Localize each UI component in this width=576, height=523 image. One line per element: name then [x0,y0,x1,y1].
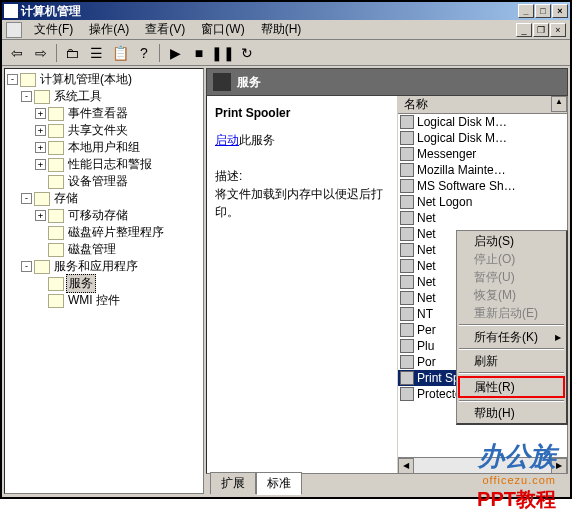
restart-svc-button[interactable]: ↻ [236,42,258,64]
tree-node[interactable]: WMI 控件 [7,292,201,309]
titlebar: 计算机管理 _ □ × [2,2,570,20]
services-icon [48,277,64,291]
hscrollbar[interactable]: ◀ ▶ [398,457,567,473]
tree-node[interactable]: 设备管理器 [7,173,201,190]
mdi-close-button[interactable]: × [550,23,566,37]
service-icon [400,339,414,353]
close-button[interactable]: × [552,4,568,18]
tree-label: 设备管理器 [66,173,130,190]
export-button[interactable]: 📋 [109,42,131,64]
stop-svc-button[interactable]: ■ [188,42,210,64]
ctx-刷新[interactable]: 刷新 [458,352,565,370]
scroll-right-button[interactable]: ▶ [551,458,567,474]
service-row[interactable]: Net [398,210,567,226]
service-icon [400,275,414,289]
removable-icon [48,209,64,223]
tab-extended[interactable]: 扩展 [210,472,256,494]
tree-node[interactable]: 磁盘管理 [7,241,201,258]
tree-toggle[interactable]: - [7,74,18,85]
tree-label: 本地用户和组 [66,139,142,156]
service-row[interactable]: Messenger [398,146,567,162]
tree-toggle[interactable]: + [35,210,46,221]
app-icon [4,4,18,18]
tree-toggle[interactable]: + [35,142,46,153]
menu-file[interactable]: 文件(F) [26,19,81,40]
tree-label: 服务 [66,274,96,293]
back-button[interactable]: ⇦ [6,42,28,64]
service-icon [400,355,414,369]
tree-node[interactable]: +性能日志和警报 [7,156,201,173]
tree-label: 磁盘管理 [66,241,118,258]
service-row[interactable]: Logical Disk M… [398,114,567,130]
service-icon [400,323,414,337]
tree-label: 可移动存储 [66,207,130,224]
main-window: 计算机管理 _ □ × 文件(F) 操作(A) 查看(V) 窗口(W) 帮助(H… [0,0,572,499]
tree-node[interactable]: +事件查看器 [7,105,201,122]
menu-window[interactable]: 窗口(W) [193,19,252,40]
scroll-up-button[interactable]: ▲ [551,96,567,112]
service-row[interactable]: Net Logon [398,194,567,210]
maximize-button[interactable]: □ [535,4,551,18]
ctx-属性r[interactable]: 属性(R) [458,376,565,398]
list-header[interactable]: 名称 △ ▲ [398,96,567,114]
device-icon [48,175,64,189]
service-name: Print Spooler [215,106,389,120]
tree-node[interactable]: 磁盘碎片整理程序 [7,224,201,241]
view-tabs: 扩展 标准 [206,474,568,494]
mdi-minimize-button[interactable]: _ [516,23,532,37]
tree-node[interactable]: +可移动存储 [7,207,201,224]
system-menu-icon[interactable] [6,22,22,38]
tree-node[interactable]: +本地用户和组 [7,139,201,156]
help-button[interactable]: ? [133,42,155,64]
tree-node[interactable]: -系统工具 [7,88,201,105]
tree-node[interactable]: 服务 [7,275,201,292]
ctx-帮助h[interactable]: 帮助(H) [458,404,565,422]
tree-node[interactable]: -存储 [7,190,201,207]
tree-toggle[interactable]: - [21,91,32,102]
scroll-left-button[interactable]: ◀ [398,458,414,474]
menubar: 文件(F) 操作(A) 查看(V) 窗口(W) 帮助(H) _ ❐ × [2,20,570,40]
menu-action[interactable]: 操作(A) [81,19,137,40]
service-icon [400,131,414,145]
service-row[interactable]: Logical Disk M… [398,130,567,146]
start-service-link[interactable]: 启动 [215,133,239,147]
share-icon [48,124,64,138]
pause-svc-button[interactable]: ❚❚ [212,42,234,64]
service-name-cell: Net [417,227,436,241]
tree-toggle[interactable]: - [21,261,32,272]
tree-label: 性能日志和警报 [66,156,154,173]
service-row[interactable]: Mozilla Mainte… [398,162,567,178]
service-name-cell: Plu [417,339,434,353]
minimize-button[interactable]: _ [518,4,534,18]
service-icon [400,307,414,321]
tree-node[interactable]: +共享文件夹 [7,122,201,139]
tree-toggle[interactable]: + [35,108,46,119]
tree-label: 共享文件夹 [66,122,130,139]
menu-help[interactable]: 帮助(H) [253,19,310,40]
tree-node[interactable]: -计算机管理(本地) [7,71,201,88]
start-suffix: 此服务 [239,133,275,147]
computer-icon [20,73,36,87]
tree-node[interactable]: -服务和应用程序 [7,258,201,275]
ctx-所有任务k[interactable]: 所有任务(K) [458,328,565,346]
tab-standard[interactable]: 标准 [256,472,302,495]
service-icon [400,243,414,257]
service-name-cell: Por [417,355,436,369]
up-button[interactable]: 🗀 [61,42,83,64]
tree-toggle[interactable]: + [35,125,46,136]
tree-toggle[interactable]: - [21,193,32,204]
window-title: 计算机管理 [21,3,518,20]
apps-icon [34,260,50,274]
start-svc-button[interactable]: ▶ [164,42,186,64]
properties-button[interactable]: ☰ [85,42,107,64]
service-name-cell: Logical Disk M… [417,131,507,145]
forward-button[interactable]: ⇨ [30,42,52,64]
mdi-restore-button[interactable]: ❐ [533,23,549,37]
tree-pane[interactable]: -计算机管理(本地)-系统工具+事件查看器+共享文件夹+本地用户和组+性能日志和… [4,68,204,494]
tree-label: 计算机管理(本地) [38,71,134,88]
tree-toggle[interactable]: + [35,159,46,170]
ctx-启动s[interactable]: 启动(S) [458,232,565,250]
menu-view[interactable]: 查看(V) [137,19,193,40]
service-icon [400,163,414,177]
service-row[interactable]: MS Software Sh… [398,178,567,194]
